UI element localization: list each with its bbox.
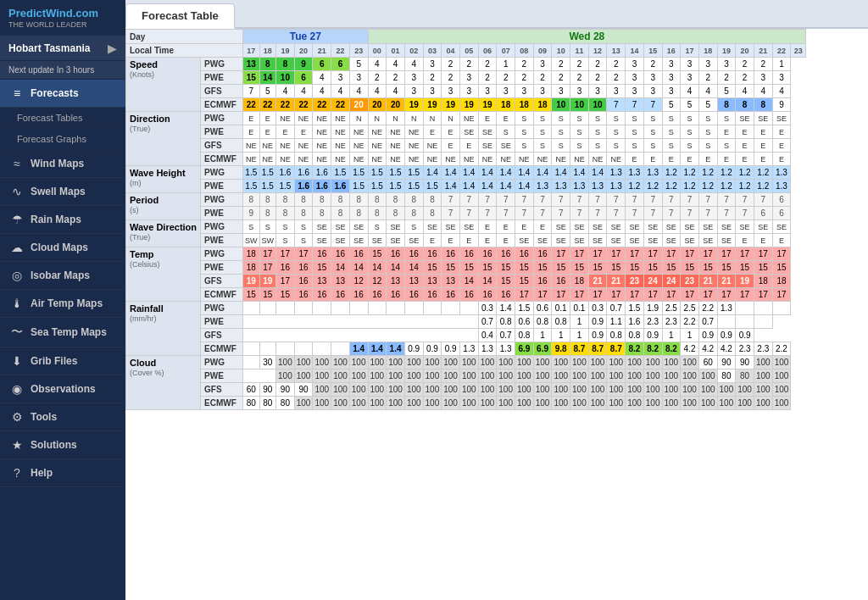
cell: 4 [368, 58, 387, 71]
cell: 16 [442, 247, 460, 261]
cell: 1.5 [368, 166, 387, 180]
cell: SE [662, 220, 681, 234]
cell: 100 [387, 397, 405, 410]
cell: S [643, 125, 662, 139]
cell: 15 [698, 261, 717, 275]
cell: 100 [294, 356, 313, 369]
cell: 22 [331, 98, 350, 112]
cell: SE [681, 220, 699, 234]
cell: 8 [387, 207, 405, 220]
cell [404, 302, 423, 315]
sidebar-item-observations[interactable]: ◉ Observations [0, 375, 125, 403]
location-bar[interactable]: Hobart Tasmania ▶ [0, 36, 125, 61]
cell: 8 [313, 193, 331, 207]
cell: S [570, 139, 589, 153]
dir-gfs-model: GFS [201, 139, 243, 153]
cell: 15 [552, 261, 570, 275]
sidebar-item-isobar-maps[interactable]: ◎ Isobar Maps [0, 262, 125, 290]
cell: SE [717, 234, 736, 247]
cell: NE [570, 153, 589, 166]
cell: SE [478, 139, 497, 153]
cell: SE [772, 220, 791, 234]
cell: 17 [276, 247, 295, 261]
sidebar-item-forecasts[interactable]: ≡ Forecasts [0, 80, 125, 108]
cell: 1.4 [478, 166, 497, 180]
cell: 100 [423, 369, 442, 383]
cell: 100 [754, 369, 772, 383]
cell: 15 [533, 261, 552, 275]
cell: 21 [607, 275, 626, 288]
cell: 100 [459, 383, 478, 397]
cell: 9.8 [552, 342, 570, 356]
sidebar-item-rain-maps[interactable]: ☂ Rain Maps [0, 206, 125, 234]
cell: SE [626, 234, 644, 247]
cell: 15 [497, 275, 515, 288]
sidebar-item-forecast-tables[interactable]: Forecast Tables [0, 108, 125, 129]
tab-forecast-table[interactable]: Forecast Table [125, 3, 235, 29]
cell: 2 [442, 71, 460, 85]
cell: SE [313, 234, 331, 247]
cell: 6 [294, 71, 313, 85]
sidebar-item-air-temp-maps[interactable]: 🌡 Air Temp Maps [0, 290, 125, 318]
cell: 100 [717, 383, 736, 397]
cell: 100 [404, 369, 423, 383]
cell: 2 [442, 58, 460, 71]
cell: 17 [717, 288, 736, 302]
sidebar-item-wind-maps[interactable]: ≈ Wind Maps [0, 150, 125, 178]
cell: 100 [736, 397, 754, 410]
cell: 100 [698, 369, 717, 383]
cell: 3 [349, 71, 368, 85]
cell: 21 [717, 275, 736, 288]
rain-pwe-model: PWE [201, 315, 243, 329]
cell: 2 [588, 71, 607, 85]
cell: 1.4 [442, 166, 460, 180]
sidebar-item-cloud-maps[interactable]: ☁ Cloud Maps [0, 234, 125, 262]
cell: 22 [313, 98, 331, 112]
cell: 16 [276, 261, 295, 275]
cell: 13 [404, 275, 423, 288]
cell: 17 [276, 275, 295, 288]
cell: S [698, 139, 717, 153]
cell: 1.2 [736, 180, 754, 193]
sidebar-item-help[interactable]: ? Help [0, 459, 125, 487]
cell: 1.3 [533, 180, 552, 193]
cell: 15 [313, 261, 331, 275]
cell: E [681, 153, 699, 166]
cell: NE [243, 153, 260, 166]
forecast-table-area[interactable]: Day Tue 27 Wed 28 Local Time 17 18 19 20… [125, 29, 868, 600]
cell: 15 [662, 261, 681, 275]
cell: SE [552, 220, 570, 234]
cell: 17 [717, 247, 736, 261]
cell: 100 [442, 356, 460, 369]
cell: 3 [533, 85, 552, 98]
sidebar-item-sea-temp-maps[interactable]: 〜 Sea Temp Maps [0, 318, 125, 347]
cell: 4 [736, 85, 754, 98]
cell: 80 [276, 397, 295, 410]
cell [387, 302, 405, 315]
cell: S [588, 125, 607, 139]
sidebar-item-solutions[interactable]: ★ Solutions [0, 431, 125, 459]
cell: 0.3 [588, 302, 607, 315]
cell [294, 342, 313, 356]
sidebar-item-forecast-graphs[interactable]: Forecast Graphs [0, 129, 125, 150]
cell: 3 [515, 85, 534, 98]
cell: 13 [387, 275, 405, 288]
cell: 5 [349, 58, 368, 71]
sidebar-item-grib-files[interactable]: ⬇ Grib Files [0, 347, 125, 375]
cell: 17 [259, 247, 276, 261]
sidebar-item-tools[interactable]: ⚙ Tools [0, 403, 125, 431]
cell: 2 [570, 71, 589, 85]
cell: 0.7 [698, 315, 717, 329]
cell: 7 [698, 193, 717, 207]
cell: 0.8 [552, 315, 570, 329]
cell: 3 [442, 85, 460, 98]
cell: 80 [259, 397, 276, 410]
period-category: Period(s) [126, 193, 201, 220]
sidebar-item-swell-maps[interactable]: ∿ Swell Maps [0, 178, 125, 206]
cell: 19 [442, 98, 460, 112]
cell: 7 [515, 193, 534, 207]
cell: 14 [349, 261, 368, 275]
cell: 1.4 [387, 342, 405, 356]
cell: 14 [331, 261, 350, 275]
cell: 1.5 [626, 302, 644, 315]
